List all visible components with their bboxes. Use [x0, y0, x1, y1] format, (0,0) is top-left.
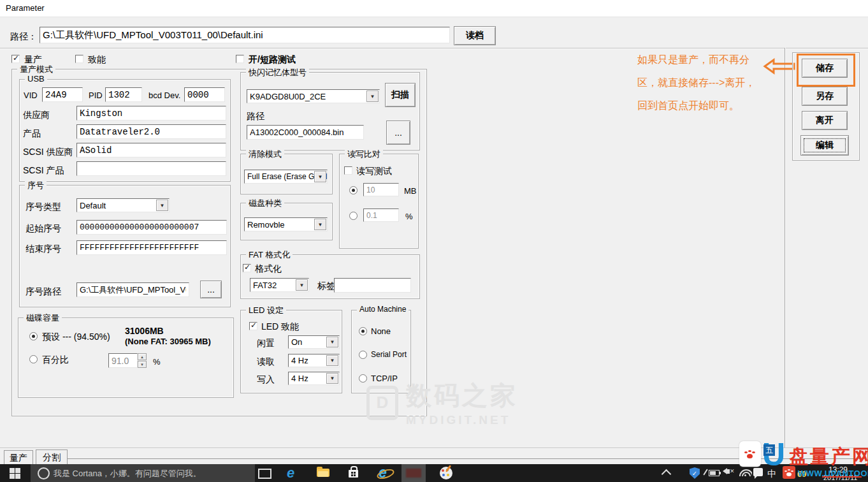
rw-mb-input[interactable] [363, 183, 399, 196]
cortana-icon [38, 467, 50, 479]
open-short-test-label: 开/短路测试 [249, 54, 296, 66]
edge-icon[interactable]: e [287, 465, 294, 481]
led-write-value: 4 Hz [291, 374, 308, 383]
auto-none-label: None [371, 326, 391, 336]
disk-type-combo[interactable]: Removble ▼ [244, 217, 328, 231]
divider-highlight [0, 48, 868, 49]
erase-mode-combo[interactable]: Full Erase (Erase Good) ▼ [244, 170, 328, 184]
chevron-down-icon[interactable]: ▼ [314, 171, 326, 182]
edit-button[interactable]: 编辑 [800, 135, 849, 156]
right-divider-highlight [785, 48, 786, 448]
scan-button[interactable]: 扫描 [385, 83, 416, 107]
enable-checkbox[interactable] [75, 55, 83, 63]
led-idle-value: On [291, 337, 302, 347]
led-idle-combo[interactable]: On ▼ [288, 335, 340, 349]
led-read-combo[interactable]: 4 Hz ▼ [288, 354, 340, 367]
flash-model-value: K9ADGD8U0D_2CE [250, 92, 326, 101]
led-group-title: LED 设定 [246, 305, 286, 316]
rw-pct-input[interactable] [363, 208, 399, 222]
start-button[interactable] [0, 464, 31, 482]
chevron-down-icon[interactable]: ▼ [296, 279, 308, 291]
led-enable-checkbox[interactable] [249, 322, 257, 330]
flash-path-input[interactable] [247, 125, 364, 140]
capacity-preset-label: 预设 --- (94.50%) [42, 332, 110, 343]
product-input[interactable] [76, 124, 226, 139]
mass-production-checkbox[interactable] [11, 55, 20, 63]
serial-path-browse-button[interactable]: ... [200, 281, 222, 298]
wifi-icon[interactable] [739, 468, 752, 476]
fat-group-title: FAT 格式化 [246, 249, 293, 261]
notification-icon[interactable] [753, 468, 763, 476]
chevron-down-icon[interactable]: ▼ [156, 200, 168, 211]
vid-input[interactable] [42, 87, 83, 102]
tab-mass-production[interactable]: 量产 [4, 450, 33, 464]
chevron-down-icon[interactable]: ▼ [326, 373, 338, 384]
rw-test-label: 读写测试 [356, 166, 392, 177]
spin-up-button[interactable]: ▲ [138, 353, 147, 360]
ini-path-input[interactable] [40, 27, 450, 43]
bcd-dev-label: bcd Dev. [148, 91, 180, 100]
capacity-size-line2: (None FAT: 30965 MB) [125, 337, 211, 346]
tab-partition[interactable]: 分割 [36, 449, 68, 464]
serial-end-label: 结束序号 [25, 244, 61, 255]
serial-start-input[interactable] [76, 220, 227, 235]
serial-type-combo[interactable]: Default ▼ [76, 198, 170, 212]
active-app-button[interactable] [401, 464, 426, 482]
scsi-product-input[interactable] [76, 161, 226, 176]
chevron-down-icon[interactable]: ▼ [366, 91, 379, 102]
exit-button[interactable]: 离开 [802, 111, 848, 130]
serial-path-input[interactable] [76, 282, 189, 297]
capacity-percent-unit: % [153, 357, 161, 367]
bcd-dev-input[interactable] [184, 87, 225, 102]
volume-label-input[interactable] [334, 278, 411, 293]
rw-mb-radio[interactable] [349, 186, 358, 194]
volume-muted-icon[interactable]: ✕ [723, 468, 735, 474]
parameter-window: Parameter 路径： 读档 量产 致能 开/短路测试 量产模式 USB V… [0, 0, 868, 482]
filesystem-combo[interactable]: FAT32 ▼ [250, 278, 309, 292]
active-app-icon [406, 469, 421, 478]
chevron-down-icon[interactable]: ▼ [326, 337, 338, 347]
annotation-line2: 区，就直接储存--->离开， [637, 77, 755, 90]
load-file-button[interactable]: 读档 [454, 26, 496, 45]
upantool-underline [822, 476, 862, 478]
capacity-percent-radio[interactable] [29, 355, 38, 363]
mydigit-text-cn: 数码之家 [406, 378, 518, 413]
serial-end-input[interactable] [76, 240, 227, 255]
vendor-input[interactable] [76, 106, 226, 120]
upantool-text-cn: 盘量产网 [789, 444, 868, 470]
auto-none-radio[interactable] [359, 327, 367, 335]
flash-path-browse-button[interactable]: ... [386, 120, 410, 145]
open-short-test-checkbox[interactable] [236, 55, 244, 63]
capacity-preset-radio[interactable] [29, 332, 38, 340]
format-checkbox[interactable] [243, 264, 251, 272]
pid-input[interactable] [105, 87, 142, 102]
save-as-button[interactable]: 另存 [802, 87, 848, 106]
scsi-vendor-input[interactable] [76, 143, 226, 157]
flash-model-combo[interactable]: K9ADGD8U0D_2CE ▼ [247, 89, 380, 103]
scsi-product-label: SCSI 产品 [23, 165, 64, 177]
led-write-label: 写入 [257, 374, 275, 386]
battery-icon[interactable] [709, 470, 720, 476]
chevron-down-icon[interactable]: ▼ [326, 355, 338, 366]
store-icon[interactable] [349, 470, 358, 478]
scsi-vendor-label: SCSI 供应商 [23, 147, 73, 158]
chevron-down-icon[interactable]: ▼ [314, 219, 326, 230]
capacity-percent-input[interactable] [108, 353, 138, 368]
auto-serial-radio[interactable] [359, 351, 367, 359]
spin-down-button[interactable]: ▼ [138, 361, 147, 368]
file-explorer-icon[interactable] [317, 469, 329, 477]
rw-mb-unit: MB [404, 186, 417, 196]
led-enable-label: LED 致能 [261, 321, 299, 333]
rw-test-checkbox[interactable] [344, 166, 352, 175]
capacity-group-title: 磁碟容量 [24, 312, 62, 324]
paint-palette-icon[interactable] [440, 467, 452, 479]
rw-pct-radio[interactable] [349, 212, 358, 220]
task-view-button[interactable] [258, 469, 271, 479]
upantool-wu-badge: 五 [763, 444, 775, 456]
pid-label: PID [89, 91, 103, 100]
save-button[interactable]: 储存 [802, 59, 848, 78]
cortana-search-box[interactable]: 我是 Cortana，小娜。有问题尽管问我。 [31, 464, 255, 482]
filesystem-value: FAT32 [253, 281, 277, 290]
led-write-combo[interactable]: 4 Hz ▼ [288, 372, 340, 385]
annotation-line3: 回到首页点开始即可。 [637, 99, 739, 113]
